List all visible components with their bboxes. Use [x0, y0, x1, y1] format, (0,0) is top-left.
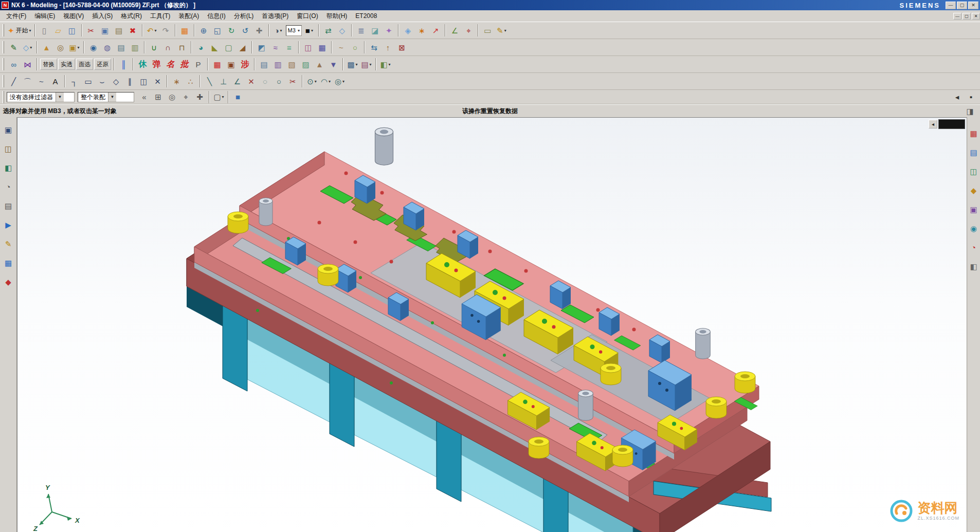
- toolbar-grip[interactable]: [3, 91, 4, 103]
- highlight-button[interactable]: ◎: [166, 90, 178, 103]
- zoom-button[interactable]: ⊕: [197, 24, 210, 37]
- sew-button[interactable]: ≈: [269, 41, 282, 54]
- dock-collapse-button[interactable]: ◂: [951, 90, 964, 103]
- menu-insert[interactable]: 插入(S): [88, 11, 117, 22]
- minimize-button[interactable]: —: [946, 2, 956, 9]
- dock-pin-button[interactable]: ▪: [965, 90, 977, 103]
- datum-plane-tool-button[interactable]: ◇▾: [21, 41, 34, 54]
- tube-button[interactable]: ○: [349, 41, 361, 54]
- edge-blend-button[interactable]: ◕: [194, 41, 207, 54]
- delete-face-button[interactable]: ⊠: [395, 41, 408, 54]
- left-tool-grid-button[interactable]: ▦: [2, 256, 14, 269]
- cross-button[interactable]: ✕: [245, 75, 258, 88]
- spring-macro-button[interactable]: 弹: [150, 58, 163, 71]
- mirror-curve-button[interactable]: ◫: [137, 75, 150, 88]
- line-button[interactable]: ╱: [7, 75, 20, 88]
- dropdown-arrow-icon[interactable]: ▾: [342, 79, 344, 84]
- paste-button[interactable]: ▤: [113, 24, 125, 37]
- toolbar-grip[interactable]: [3, 24, 4, 36]
- sweep-button[interactable]: ~: [335, 41, 348, 54]
- wave-geometry-linker-button[interactable]: ∞: [7, 58, 20, 71]
- delete-button[interactable]: ✖: [126, 24, 139, 37]
- chevron-down-icon[interactable]: ▼: [108, 93, 116, 102]
- window-tool-button[interactable]: ▣: [225, 58, 238, 71]
- pan-view-button[interactable]: ✚: [253, 24, 266, 37]
- pause-macro-button[interactable]: 休: [136, 58, 149, 71]
- menu-edit[interactable]: 编辑(E): [30, 11, 59, 22]
- shell-button[interactable]: ▢: [222, 41, 235, 54]
- roles-button[interactable]: ◧: [968, 261, 979, 272]
- vector-button[interactable]: ↗: [429, 24, 442, 37]
- mirror-feature-button[interactable]: ◫: [302, 41, 315, 54]
- datum-plane-button[interactable]: ◈: [402, 24, 414, 37]
- red-grid-tool-button[interactable]: ▦: [211, 58, 224, 71]
- offset-face-button[interactable]: ↑: [382, 41, 394, 54]
- pr-tool-button[interactable]: P: [192, 58, 205, 71]
- viewport-3d-canvas[interactable]: Y X Z: [17, 118, 967, 532]
- sketch-line-button[interactable]: ╲: [203, 75, 216, 88]
- snap-point-button[interactable]: ⌖: [462, 24, 475, 37]
- offset-curve-button[interactable]: ∥: [123, 75, 136, 88]
- menu-window[interactable]: 窗口(O): [293, 11, 322, 22]
- show-shortcuts-button[interactable]: ■: [231, 90, 244, 103]
- quick-trim-button[interactable]: ✂: [286, 75, 299, 88]
- menu-preferences[interactable]: 首选项(P): [258, 11, 293, 22]
- cut-button[interactable]: ✂: [85, 24, 98, 37]
- intersect-point-button[interactable]: ✕: [151, 75, 164, 88]
- refresh-view-button[interactable]: ↻: [225, 24, 238, 37]
- left-tool-draw-button[interactable]: ✎: [2, 237, 14, 250]
- tool-group-b-dropdown[interactable]: ▤▾: [360, 58, 373, 71]
- replace-display-button[interactable]: 替换: [40, 59, 57, 70]
- dropdown-arrow-icon[interactable]: ▾: [29, 28, 31, 33]
- select-scope-button[interactable]: ⊞: [152, 90, 165, 103]
- pad-button[interactable]: ▥: [129, 41, 141, 54]
- view-m3-dropdown[interactable]: M3▾: [286, 25, 302, 36]
- assembly-navigator-button[interactable]: ▦: [968, 127, 979, 139]
- revolve-button[interactable]: ◎: [54, 41, 67, 54]
- arc-method-dropdown[interactable]: ◠▾: [319, 75, 332, 88]
- shaded-view-button[interactable]: ◑▾: [272, 24, 285, 37]
- dropdown-arrow-icon[interactable]: ▾: [370, 62, 372, 67]
- dropdown-arrow-icon[interactable]: ▾: [389, 62, 391, 67]
- extrude-button[interactable]: ▲: [40, 41, 53, 54]
- draft-button[interactable]: ◢: [236, 41, 249, 54]
- subtract-button[interactable]: ∩: [161, 41, 174, 54]
- left-tool-view-button[interactable]: ◧: [2, 161, 14, 174]
- export-tool-5-button[interactable]: ▲: [313, 58, 326, 71]
- menu-help[interactable]: 帮助(H): [322, 11, 352, 22]
- rectangle-button[interactable]: ▭: [82, 75, 95, 88]
- menu-information[interactable]: 信息(I): [203, 11, 229, 22]
- chevron-down-icon[interactable]: ▼: [56, 93, 64, 102]
- hole-button[interactable]: ◉: [87, 41, 100, 54]
- measure-distance-button[interactable]: ∠: [448, 24, 461, 37]
- batch-macro-button[interactable]: 批: [178, 58, 191, 71]
- child-close-button[interactable]: ✕: [972, 13, 980, 20]
- move-object-button[interactable]: ⇄: [322, 24, 335, 37]
- interpart-link-button[interactable]: ⋈: [21, 58, 34, 71]
- block-button[interactable]: ▣▾: [68, 41, 81, 54]
- name-macro-button[interactable]: 名: [164, 58, 177, 71]
- dropdown-arrow-icon[interactable]: ▾: [280, 28, 282, 33]
- maximize-button[interactable]: ▢: [957, 2, 967, 9]
- circle-dropdown[interactable]: ⊙▾: [305, 75, 318, 88]
- hd3d-tools-button[interactable]: ▣: [968, 204, 979, 215]
- pattern-button[interactable]: ◇: [336, 24, 349, 37]
- snap-point-toggle[interactable]: ⌖: [179, 90, 192, 103]
- dropdown-arrow-icon[interactable]: ▾: [504, 28, 506, 33]
- polygon-button[interactable]: ◇: [110, 75, 122, 88]
- toolbar-grip[interactable]: [3, 41, 4, 53]
- fillet-button[interactable]: ⌣: [96, 75, 108, 88]
- status-dock-button[interactable]: ◨: [964, 105, 976, 118]
- move-face-button[interactable]: ⇆: [368, 41, 380, 54]
- trim-body-button[interactable]: ◩: [255, 41, 268, 54]
- left-tool-clock-button[interactable]: ◔: [2, 180, 14, 193]
- dropdown-arrow-icon[interactable]: ▾: [298, 28, 300, 33]
- constraint-navigator-button[interactable]: ▤: [968, 146, 979, 158]
- dashed-circle-button[interactable]: ◌: [259, 75, 271, 88]
- arc-button[interactable]: ⌒: [21, 75, 34, 88]
- left-tool-window-button[interactable]: ▣: [2, 123, 14, 136]
- menu-et2008[interactable]: ET2008: [351, 11, 381, 21]
- export-tool-2-button[interactable]: ▥: [271, 58, 284, 71]
- left-tool-layout-button[interactable]: ◫: [2, 142, 14, 155]
- toolbar-grip[interactable]: [3, 58, 4, 70]
